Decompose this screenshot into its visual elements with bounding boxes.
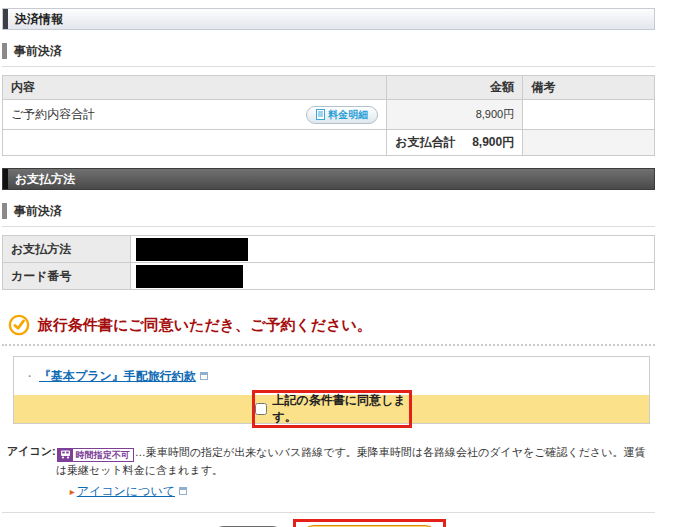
charge-row-label: ご予約内容合計 (11, 106, 95, 123)
payment-method-header: お支払方法 (2, 168, 655, 190)
terms-box: ・ 『基本プラン』手配旅行約款 上記の条件書に同意します。 (13, 356, 650, 424)
col-header-content: 内容 (3, 76, 387, 100)
payment-method-title: お支払方法 (8, 171, 75, 188)
icon-legend-description: …乗車時間の指定が出来ないバス路線です。乗降車時間は各路線会社のダイヤをご確認く… (56, 446, 646, 476)
terms-link[interactable]: 『基本プラン』手配旅行約款 (39, 368, 196, 385)
charge-table: 内容 金額 備考 ご予約内容合計 料金明細 (2, 75, 655, 156)
payment-method-row: お支払方法 (3, 236, 655, 263)
action-buttons: ◀ 戻る 予約を完了する ▶ (2, 519, 655, 527)
bullet: ・ (24, 369, 35, 384)
external-link-icon (179, 487, 187, 495)
prepayment-subheader: 事前決済 (2, 42, 655, 60)
icon-about-line: ▸アイコンについて (56, 483, 655, 500)
prepayment-subtitle: 事前決済 (14, 43, 62, 60)
col-header-note: 備考 (523, 76, 655, 100)
divider (2, 226, 655, 227)
bus-icon (60, 450, 71, 459)
card-number-label: カード番号 (3, 263, 131, 290)
total-label: お支払合計 (395, 134, 455, 151)
payment-info-header: 決済情報 (2, 8, 655, 30)
red-annotation-box-checkbox: 上記の条件書に同意します。 (252, 390, 412, 428)
agree-checkbox[interactable] (255, 403, 267, 415)
fee-detail-label: 料金明細 (328, 108, 368, 122)
subheader-accent-bar (2, 203, 7, 219)
agreement-notice-text: 旅行条件書にご同意いただき、ご予約ください。 (38, 316, 372, 335)
payment-method-table: お支払方法 カード番号 (2, 235, 655, 290)
divider (2, 66, 655, 67)
payment-confirmation-page: 決済情報 事前決済 内容 金額 備考 ご予約内容合計 (0, 0, 696, 527)
agree-row: 上記の条件書に同意します。 (14, 395, 649, 423)
redacted-card-number-value (136, 265, 243, 288)
about-icons-link[interactable]: アイコンについて (77, 484, 175, 498)
charge-amount: 8,900円 (387, 100, 523, 130)
card-number-row: カード番号 (3, 263, 655, 290)
divider (2, 512, 655, 513)
payment-method-label: お支払方法 (3, 236, 131, 263)
check-circle-icon (8, 314, 30, 336)
external-link-icon (200, 372, 208, 380)
time-not-specifiable-badge: 時間指定不可 (57, 448, 134, 462)
agree-checkbox-label[interactable]: 上記の条件書に同意します。 (273, 392, 409, 426)
dotted-divider (2, 344, 655, 346)
agreement-notice: 旅行条件書にご同意いただき、ご予約ください。 (2, 314, 655, 336)
total-note (523, 130, 655, 156)
red-annotation-box-complete: 予約を完了する ▶ (293, 519, 446, 527)
fee-detail-button[interactable]: 料金明細 (306, 106, 378, 124)
document-icon (316, 109, 325, 120)
total-amount: 8,900円 (472, 134, 514, 151)
total-empty-cell (3, 130, 387, 156)
icon-legend: アイコン: 時間指定不可…乗車時間の指定が出来ないバス路線です。乗降車時間は各路… (2, 444, 655, 500)
payment-info-title: 決済情報 (8, 11, 63, 28)
total-row: お支払合計 8,900円 (3, 130, 655, 156)
prepayment-subtitle-2: 事前決済 (14, 203, 62, 220)
col-header-amount: 金額 (387, 76, 523, 100)
triangle-bullet: ▸ (70, 486, 75, 497)
prepayment-subheader-2: 事前決済 (2, 202, 655, 220)
badge-label: 時間指定不可 (73, 447, 133, 463)
subheader-accent-bar (2, 43, 7, 59)
charge-table-header-row: 内容 金額 備考 (3, 76, 655, 100)
redacted-payment-method-value (136, 238, 248, 261)
charge-note (523, 100, 655, 130)
icon-legend-label: アイコン: (7, 444, 56, 500)
charge-row: ご予約内容合計 料金明細 8,900円 (3, 100, 655, 130)
